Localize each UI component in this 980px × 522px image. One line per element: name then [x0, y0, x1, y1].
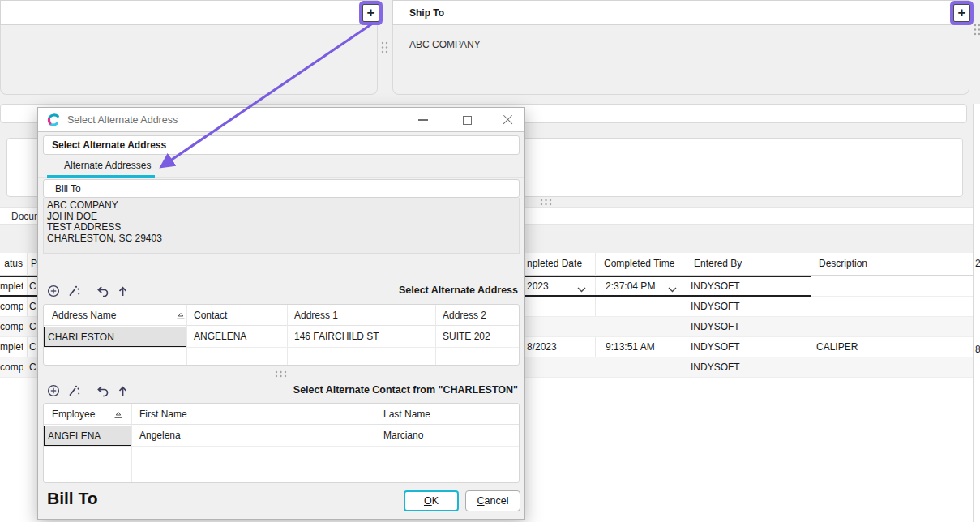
select-alternate-address-dialog: Select Alternate Address Select Alternat…: [37, 107, 525, 520]
group-title: Select Alternate Address: [52, 139, 166, 151]
ok-button[interactable]: OK: [404, 490, 459, 511]
history-col-partial[interactable]: P: [31, 258, 37, 269]
col-first-name[interactable]: First Name: [139, 409, 187, 420]
right-edge-splitter-handle[interactable]: [974, 24, 980, 36]
table-header-row: Address Name Contact Address 1 Address 2: [44, 305, 519, 326]
dropdown-chevron-icon[interactable]: [577, 284, 586, 295]
history-col-completed-time[interactable]: Completed Time: [604, 258, 674, 269]
bill-to-header-box: Bill To: [43, 179, 520, 198]
plus-icon: +: [367, 5, 375, 21]
history-cell-description: CALIPER: [816, 341, 858, 353]
history-cell-time: 2:37:04 PM: [606, 280, 655, 292]
column-divider: [435, 305, 436, 365]
toolbar-separator: [88, 285, 88, 297]
history-col-completed-date[interactable]: npleted Date: [527, 258, 592, 269]
maximize-icon: [463, 116, 472, 125]
history-cell-entered-by: INDYSOFT: [691, 321, 740, 332]
cell-last-name[interactable]: Marciano: [383, 430, 423, 441]
history-cell: compl: [0, 362, 23, 373]
minimize-button[interactable]: [411, 108, 435, 132]
clipped-text-fragment: 2: [975, 258, 980, 269]
history-col-entered-by[interactable]: Entered By: [694, 258, 742, 269]
column-divider: [186, 305, 187, 365]
history-cell-entered-by: INDYSOFT: [691, 362, 740, 373]
app-window: + Ship To ABC COMPANY + Docur atus: [0, 0, 980, 522]
history-cell: C: [29, 280, 36, 292]
wand-icon[interactable]: [67, 384, 80, 397]
close-button[interactable]: [495, 108, 520, 132]
history-cell: compl: [0, 301, 23, 312]
history-cell-entered-by: INDYSOFT: [691, 341, 740, 353]
ok-rest: K: [432, 495, 439, 507]
move-up-icon[interactable]: [117, 285, 129, 297]
history-cell-entered-by: INDYSOFT: [691, 301, 740, 312]
left-panel-header: [0, 0, 378, 25]
history-cell-entered-by: INDYSOFT: [691, 280, 740, 292]
add-ship-to-button[interactable]: +: [953, 4, 970, 22]
col-address-1[interactable]: Address 1: [294, 310, 338, 321]
wand-icon[interactable]: [67, 285, 80, 297]
dialog-splitter-handle[interactable]: [275, 369, 287, 380]
cell-contact[interactable]: ANGELENA: [194, 331, 246, 342]
bill-to-header: Bill To: [55, 183, 81, 195]
drag-dots-icon: [540, 199, 552, 206]
close-icon: [503, 115, 513, 126]
col-last-name[interactable]: Last Name: [383, 409, 430, 420]
clipped-text-fragment: 8: [975, 344, 980, 355]
address-line: JOHN DOE: [47, 212, 516, 223]
ship-to-body: ABC COMPANY: [392, 25, 969, 95]
sort-ascending-icon[interactable]: [113, 410, 123, 421]
tab-alternate-addresses[interactable]: Alternate Addresses: [64, 160, 151, 171]
column-divider: [379, 404, 379, 482]
panel-splitter-handle[interactable]: [381, 41, 388, 56]
move-up-icon[interactable]: [117, 385, 129, 397]
col-address-2[interactable]: Address 2: [443, 310, 486, 321]
cell-address-name: CHARLESTON: [48, 332, 114, 343]
history-cell-date: 8/2023: [527, 341, 557, 353]
cell-first-name[interactable]: Angelena: [139, 430, 181, 441]
col-contact[interactable]: Contact: [194, 310, 227, 321]
col-employee[interactable]: Employee: [52, 409, 95, 420]
bill-to-address-block: ABC COMPANY JOHN DOE TEST ADDRESS CHARLE…: [43, 198, 520, 254]
add-circle-icon[interactable]: [47, 285, 60, 297]
plus-icon: +: [958, 5, 966, 21]
cell-employee: ANGELENA: [48, 430, 101, 442]
history-cell: C: [29, 362, 36, 373]
ship-to-company: ABC COMPANY: [409, 39, 481, 50]
dialog-titlebar[interactable]: Select Alternate Address: [38, 108, 524, 132]
history-cell: C: [29, 321, 36, 332]
cell-address-2[interactable]: SUITE 202: [443, 331, 490, 342]
sort-ascending-icon[interactable]: [176, 311, 186, 323]
table-header-row: Employee First Name Last Name: [44, 404, 519, 425]
col-address-name[interactable]: Address Name: [52, 310, 116, 321]
ok-mnemonic: O: [424, 495, 432, 507]
history-cell: C: [29, 341, 36, 353]
drag-dots-icon: [275, 370, 287, 378]
alternate-contact-table: Employee First Name Last Name ANGELENA A…: [43, 403, 520, 483]
row-divider: [44, 347, 519, 348]
history-cell: C: [29, 301, 36, 312]
add-circle-icon[interactable]: [47, 384, 60, 397]
selected-address-cell[interactable]: CHARLESTON: [44, 327, 186, 347]
add-bill-to-button[interactable]: +: [362, 4, 379, 22]
history-col-description[interactable]: Description: [819, 258, 867, 269]
drag-dots-icon: [381, 41, 388, 53]
history-cell: mplet: [0, 280, 23, 292]
undo-icon[interactable]: [96, 285, 109, 297]
undo-icon[interactable]: [96, 385, 109, 397]
cell-address-1[interactable]: 146 FAIRCHILD ST: [294, 331, 379, 342]
dialog-title: Select Alternate Address: [67, 108, 178, 132]
ship-to-header: Ship To: [392, 0, 969, 25]
alternate-address-table: Address Name Contact Address 1 Address 2…: [43, 304, 520, 366]
maximize-button[interactable]: [455, 108, 479, 132]
active-tab-indicator: [47, 175, 155, 178]
dropdown-chevron-icon[interactable]: [668, 284, 677, 295]
selected-employee-cell[interactable]: ANGELENA: [44, 426, 131, 446]
app-logo-icon: [46, 113, 61, 130]
history-col-status[interactable]: atus: [0, 258, 23, 269]
cancel-rest: ancel: [485, 495, 509, 507]
ship-to-title: Ship To: [409, 7, 444, 19]
tab-documents[interactable]: Docur: [0, 211, 37, 222]
cancel-button[interactable]: Cancel: [465, 490, 520, 511]
column-divider: [131, 404, 132, 482]
